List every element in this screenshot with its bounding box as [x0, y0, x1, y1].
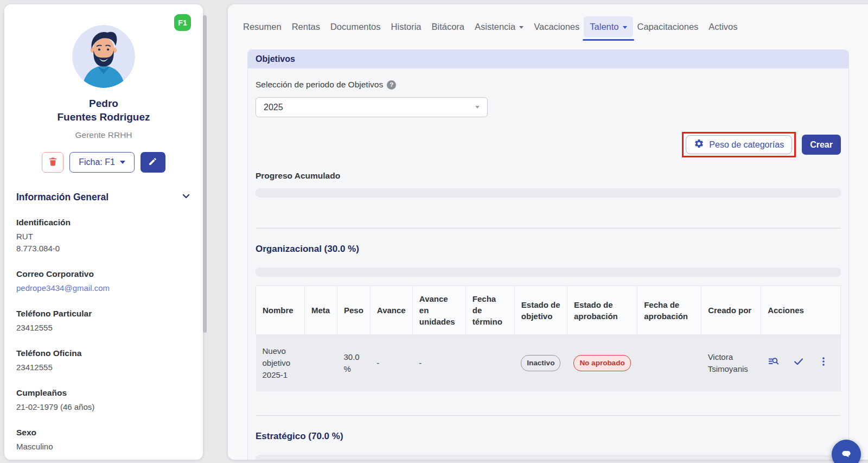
info-field-correo: Correo Corporativo pedrope3434@gmail.com	[16, 269, 191, 294]
tab-bitacora[interactable]: Bitácora	[431, 17, 464, 36]
estrategico-progress-bar	[256, 455, 841, 460]
cell-estado-aprobacion: No aprobado	[567, 335, 637, 392]
table-header-row: Nombre Meta Peso Avance Avance en unidad…	[256, 286, 841, 335]
field-label: Cumpleaños	[16, 388, 191, 398]
field-value: 21-02-1979 (46 años)	[16, 401, 191, 413]
chevron-down-icon	[519, 26, 524, 29]
tab-asistencia[interactable]: Asistencia	[475, 17, 524, 36]
chat-bubble-icon	[839, 446, 853, 462]
period-select[interactable]: 2025	[256, 97, 488, 117]
pencil-icon	[148, 157, 157, 168]
chevron-down-icon	[623, 26, 627, 29]
estrategico-section-title: Estratégico (70.0 %)	[256, 431, 841, 442]
employee-last-name: Fuentes Rodriguez	[4, 110, 203, 124]
col-meta: Meta	[305, 286, 337, 335]
trash-icon	[48, 156, 58, 168]
field-label: Correo Corporativo	[16, 269, 191, 279]
status-badge-inactivo: Inactivo	[521, 355, 560, 371]
field-label: Teléfono Particular	[16, 309, 191, 319]
tab-vacaciones[interactable]: Vacaciones	[534, 17, 579, 36]
tab-capacitaciones[interactable]: Capacitaciones	[637, 17, 699, 36]
info-general-section-header[interactable]: Información General	[16, 191, 191, 203]
peso-de-categorias-button[interactable]: Peso de categorías	[686, 135, 792, 154]
tab-activos[interactable]: Activos	[709, 17, 737, 36]
field-label: Teléfono Oficina	[16, 348, 191, 358]
chevron-down-icon	[475, 106, 480, 109]
cell-meta	[305, 335, 337, 392]
objetivos-table: Nombre Meta Peso Avance Avance en unidad…	[256, 286, 841, 391]
objetivos-panel-title: Objetivos	[248, 50, 848, 68]
approve-button[interactable]	[793, 356, 805, 371]
ficha-dropdown-label: Ficha: F1	[79, 157, 115, 167]
col-fecha-de-aprobacion: Fecha de aprobación	[637, 286, 701, 335]
field-value: 23412555	[16, 322, 191, 334]
email-link[interactable]: pedrope3434@gmail.com	[16, 282, 191, 294]
col-nombre: Nombre	[256, 286, 305, 335]
organizacional-section-title: Organizacional (30.0 %)	[256, 244, 841, 255]
chevron-down-icon	[120, 161, 125, 164]
divider	[256, 415, 841, 416]
gear-icon	[694, 138, 704, 151]
employee-role: Gerente RRHH	[4, 130, 203, 140]
tab-resumen[interactable]: Resumen	[243, 17, 282, 36]
ficha-badge: F1	[174, 14, 191, 31]
edit-employee-button[interactable]	[141, 152, 165, 173]
cell-avance: -	[370, 335, 412, 392]
chevron-down-icon	[181, 191, 191, 203]
cell-avance-en-unidades: -	[412, 335, 465, 392]
col-peso: Peso	[337, 286, 371, 335]
cell-estado-objetivo: Inactivo	[514, 335, 567, 392]
cell-nombre: Nuevo objetivo 2025-1	[256, 335, 305, 392]
field-value: Masculino	[16, 441, 191, 453]
tab-label: Talento	[590, 22, 618, 31]
info-field-cumpleanos: Cumpleaños 21-02-1979 (46 años)	[16, 388, 191, 413]
info-field-sexo: Sexo Masculino	[16, 428, 191, 453]
tab-talento[interactable]: Talento	[590, 17, 627, 36]
employee-first-name: Pedro	[4, 97, 203, 110]
field-label: Identificación	[16, 218, 191, 227]
tab-documentos[interactable]: Documentos	[330, 17, 381, 36]
period-select-label: Selección de periodo de Objetivos	[256, 80, 383, 90]
field-value: 23412555	[16, 361, 191, 373]
search-list-icon	[768, 356, 780, 371]
help-icon[interactable]: ?	[387, 80, 396, 90]
progreso-acumulado-bar	[256, 188, 841, 198]
period-select-value: 2025	[264, 103, 283, 112]
cell-creado-por: Victora Tsimoyanis	[701, 335, 761, 392]
col-avance-en-unidades: Avance en unidades	[412, 286, 465, 335]
col-estado-de-objetivo: Estado de objetivo	[514, 286, 567, 335]
info-field-telefono-particular: Teléfono Particular 23412555	[16, 309, 191, 334]
col-creado-por: Creado por	[701, 286, 761, 335]
col-fecha-de-termino: Fecha de término	[465, 286, 514, 335]
cell-acciones	[761, 335, 841, 392]
progreso-acumulado-title: Progreso Acumulado	[256, 171, 841, 181]
table-row: Nuevo objetivo 2025-1 30.0 % - - Inactiv…	[256, 335, 841, 392]
objetivos-panel: Objetivos Selección de periodo de Objeti…	[247, 49, 849, 460]
tab-historia[interactable]: Historia	[391, 17, 422, 36]
tab-label: Asistencia	[475, 22, 515, 31]
sidebar-scrollbar[interactable]	[203, 15, 207, 333]
cell-fecha-aprobacion	[637, 335, 701, 392]
divider	[256, 228, 841, 229]
info-general-title: Información General	[16, 192, 108, 203]
profile-tabs: Resumen Rentas Documentos Historia Bitác…	[228, 4, 868, 36]
check-icon	[793, 356, 805, 371]
peso-de-categorias-label: Peso de categorías	[709, 140, 784, 150]
organizacional-progress-bar	[256, 268, 841, 277]
info-field-telefono-oficina: Teléfono Oficina 23412555	[16, 348, 191, 373]
row-menu-button[interactable]	[818, 356, 829, 371]
col-estado-de-aprobacion: Estado de aprobación	[567, 286, 637, 335]
employee-panel: F1 Pedro Fuentes Rodriguez Ge	[4, 4, 203, 460]
main-panel: Resumen Rentas Documentos Historia Bitác…	[228, 4, 868, 460]
delete-employee-button[interactable]	[42, 152, 63, 173]
ficha-dropdown[interactable]: Ficha: F1	[69, 152, 135, 173]
annotation-highlight-box: Peso de categorías	[682, 132, 796, 157]
more-vert-icon	[818, 356, 829, 371]
field-value: RUT	[16, 231, 191, 243]
field-label: Sexo	[16, 428, 191, 437]
view-detail-button[interactable]	[768, 356, 780, 371]
cell-peso: 30.0 %	[337, 335, 371, 392]
tab-rentas[interactable]: Rentas	[292, 17, 320, 36]
crear-button[interactable]: Crear	[802, 135, 841, 155]
col-avance: Avance	[370, 286, 412, 335]
